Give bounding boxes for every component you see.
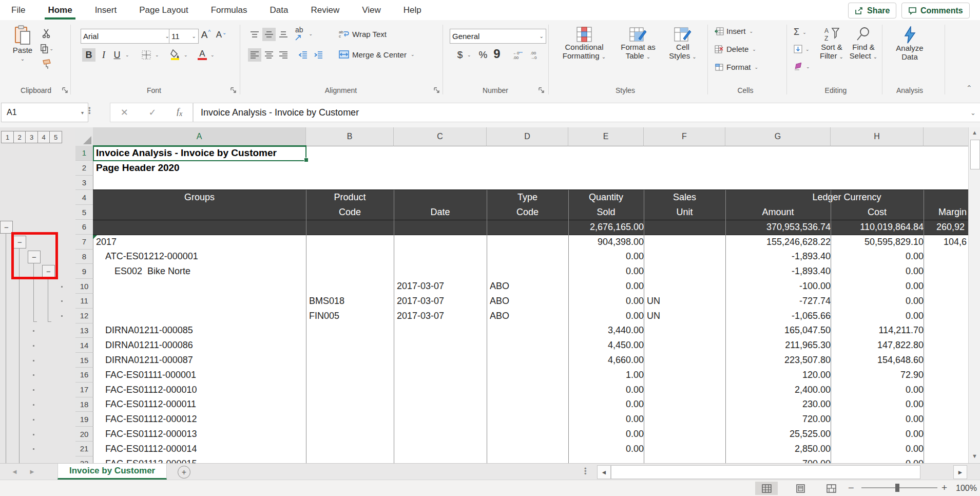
conditional-formatting-button[interactable]: Conditional Formatting ⌄ [556, 26, 612, 61]
sheet-nav-right-icon[interactable]: ► [29, 468, 35, 475]
cell-D11[interactable]: ABO [490, 294, 568, 309]
cell-H8[interactable]: 0.00 [831, 250, 927, 264]
cell-C11[interactable]: 2017-03-07 [397, 294, 487, 309]
cell-H13[interactable]: 114,211.70 [831, 323, 927, 338]
cell-A22[interactable]: FAC-ES01112-000015 [105, 456, 306, 463]
cell-H11[interactable]: 0.00 [831, 294, 927, 309]
enter-icon[interactable]: ✓ [148, 107, 156, 118]
font-name-combo[interactable]: Arial⌄ [81, 29, 172, 44]
scroll-up-icon[interactable]: ▲ [969, 129, 980, 136]
copy-dropdown-chevron[interactable]: ⌄ [49, 46, 53, 51]
cell-A15[interactable]: DIRNA01211-000087 [105, 353, 306, 368]
number-format-combo[interactable]: General⌄ [450, 29, 546, 44]
cell-D12[interactable]: ABO [490, 309, 568, 323]
sheet-tab-active[interactable]: Invoice by Customer [57, 464, 167, 480]
cell-I6[interactable]: 260,92 [936, 220, 968, 235]
borders-button[interactable] [140, 48, 153, 62]
cell-G11[interactable]: -727.74 [725, 294, 834, 309]
cut-button[interactable] [40, 27, 53, 40]
zoom-in-button[interactable]: + [941, 482, 947, 493]
zoom-level[interactable]: 100% [956, 484, 977, 493]
ribbon-tab-insert[interactable]: Insert [94, 3, 118, 17]
ribbon-tab-review[interactable]: Review [310, 3, 340, 17]
top-align-button[interactable] [248, 28, 261, 41]
cell-F11[interactable]: UN [647, 294, 725, 309]
wrap-text-button[interactable]: abc Wrap Text [339, 27, 387, 41]
cell-G22[interactable]: 700.00 [725, 456, 834, 463]
cell-H21[interactable]: 0.00 [831, 442, 927, 456]
cell-A14[interactable]: DIRNA01211-000086 [105, 338, 306, 353]
cell-A20[interactable]: FAC-ES01112-000013 [105, 427, 306, 442]
font-size-combo[interactable]: 11⌄ [169, 29, 199, 44]
cell-H9[interactable]: 0.00 [831, 264, 927, 279]
ribbon-tab-view[interactable]: View [361, 3, 382, 17]
clear-button[interactable]: ⌄ [794, 63, 810, 71]
cell-G21[interactable]: 2,850.00 [725, 442, 834, 456]
alignment-dialog-launcher[interactable] [433, 87, 440, 93]
name-box-dropdown-chevron[interactable]: ▾ [81, 110, 84, 116]
clipboard-dialog-launcher[interactable] [62, 87, 68, 93]
cell-G8[interactable]: -1,893.40 [725, 250, 834, 264]
percent-style-button[interactable]: % [476, 48, 490, 62]
cell-F12[interactable]: UN [647, 309, 725, 323]
cell-E11[interactable]: 0.00 [568, 294, 647, 309]
cell-A7[interactable]: 2017 [96, 235, 306, 250]
cell-E6[interactable]: 2,676,165.00 [568, 220, 647, 235]
font-color-dropdown-chevron[interactable]: ⌄ [210, 52, 215, 58]
zoom-slider-thumb[interactable] [895, 484, 899, 492]
cell-H6[interactable]: 110,019,864.84 [831, 220, 927, 235]
horizontal-scroll-thumb[interactable] [611, 465, 920, 479]
sheet-nav-left-icon[interactable]: ◄ [11, 468, 18, 475]
fill-button[interactable]: ⌄ [794, 45, 810, 53]
cell-G7[interactable]: 155,246,628.22 [725, 235, 834, 250]
ribbon-tab-formulas[interactable]: Formulas [210, 3, 248, 17]
cell-E18[interactable]: 0.00 [568, 397, 647, 412]
collapse-ribbon-button[interactable]: ⌃ [966, 84, 972, 92]
ribbon-tab-home[interactable]: Home [47, 3, 73, 17]
cell-C10[interactable]: 2017-03-07 [397, 279, 487, 294]
paste-dropdown-chevron[interactable]: ⌄ [21, 54, 25, 63]
cell-A13[interactable]: DIRNA01211-000085 [105, 323, 306, 338]
page-layout-view-button[interactable] [789, 482, 812, 495]
hscroll-left-button[interactable]: ◄ [597, 465, 611, 479]
cell-E14[interactable]: 4,450.00 [568, 338, 647, 353]
name-box[interactable]: A1 ▾ [1, 103, 88, 122]
bottom-align-button[interactable] [277, 28, 290, 41]
cell-A9[interactable]: ES002 Bike Norte [114, 264, 306, 279]
fill-color-button[interactable] [168, 47, 182, 62]
cell-E8[interactable]: 0.00 [568, 250, 647, 264]
cell-G14[interactable]: 211,965.30 [725, 338, 834, 353]
cell-H20[interactable]: 0.00 [831, 427, 927, 442]
merge-center-dropdown-chevron[interactable]: ⌄ [411, 52, 415, 57]
cell-E16[interactable]: 1.00 [568, 368, 647, 383]
cell-G13[interactable]: 165,047.50 [725, 323, 834, 338]
fill-color-dropdown-chevron[interactable]: ⌄ [184, 52, 188, 58]
cell-A18[interactable]: FAC-ES01112-000011 [105, 397, 306, 412]
cell-E15[interactable]: 4,660.00 [568, 353, 647, 368]
grow-font-button[interactable]: A^ [199, 28, 213, 42]
cell-E10[interactable]: 0.00 [568, 279, 647, 294]
cell-H14[interactable]: 147,822.80 [831, 338, 927, 353]
bold-button[interactable]: B [82, 48, 95, 62]
cell-H18[interactable]: 0.00 [831, 397, 927, 412]
zoom-slider-track[interactable] [861, 487, 937, 488]
cell-G15[interactable]: 223,507.80 [725, 353, 834, 368]
ribbon-tab-file[interactable]: File [10, 3, 26, 17]
cell-G17[interactable]: 2,400.00 [725, 383, 834, 397]
ribbon-tab-page-layout[interactable]: Page Layout [138, 3, 189, 17]
tab-bar-grip[interactable]: ••• [584, 467, 587, 475]
underline-button[interactable]: U [111, 48, 123, 62]
cell-G18[interactable]: 230.00 [725, 397, 834, 412]
font-dialog-launcher[interactable] [230, 87, 237, 93]
cell-B12[interactable]: FIN005 [309, 309, 394, 323]
format-as-table-button[interactable]: Format as Table ⌄ [614, 26, 662, 61]
decrease-indent-button[interactable] [296, 48, 310, 62]
selection-fill-handle[interactable] [304, 158, 309, 162]
number-dialog-launcher[interactable] [538, 87, 545, 93]
page-break-view-button[interactable] [820, 482, 842, 495]
ribbon-tab-data[interactable]: Data [269, 3, 290, 17]
cell-D10[interactable]: ABO [490, 279, 568, 294]
cell-A2[interactable]: Page Header 2020 [96, 161, 353, 176]
formula-bar-grip[interactable]: ••• [88, 107, 91, 115]
merge-center-button[interactable]: Merge & Center ⌄ [339, 47, 414, 62]
